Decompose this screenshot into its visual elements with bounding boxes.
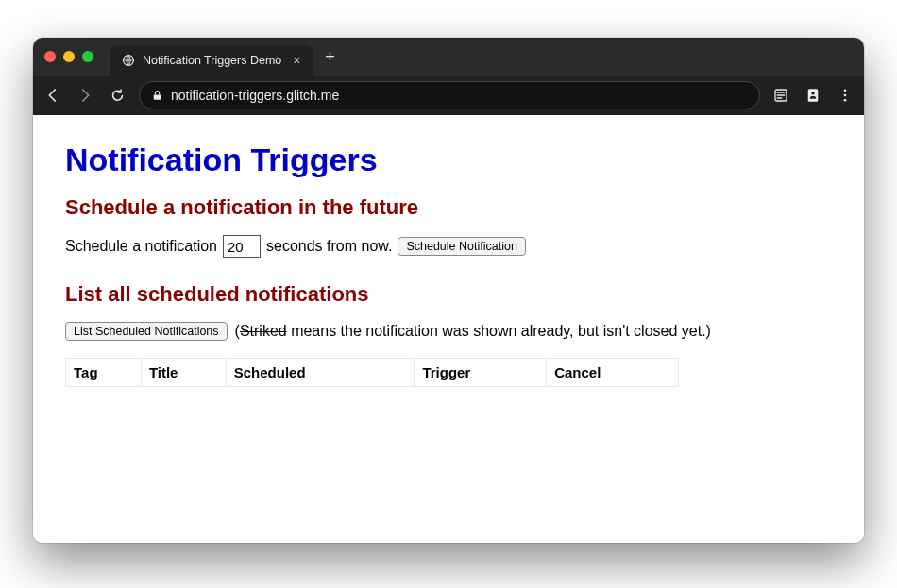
titlebar: Notification Triggers Demo × + <box>33 38 864 76</box>
scheduled-table: Tag Title Scheduled Trigger Cancel <box>65 358 679 387</box>
note-rest: means the notification was shown already… <box>287 323 711 339</box>
svg-point-6 <box>844 94 847 97</box>
list-button[interactable]: List Scheduled Notifications <box>65 322 228 341</box>
svg-point-4 <box>811 92 815 95</box>
forward-button[interactable] <box>75 85 95 106</box>
kebab-menu-icon[interactable] <box>836 86 855 105</box>
schedule-button[interactable]: Schedule Notification <box>398 237 525 256</box>
list-note: (Striked means the notification was show… <box>235 323 711 340</box>
minimize-window-button[interactable] <box>63 51 75 62</box>
toolbar: notification-triggers.glitch.me <box>33 76 864 115</box>
page-content: Notification Triggers Schedule a notific… <box>33 115 864 543</box>
svg-rect-1 <box>154 94 161 99</box>
list-row: List Scheduled Notifications (Striked me… <box>65 322 832 341</box>
address-bar[interactable]: notification-triggers.glitch.me <box>139 81 760 109</box>
schedule-row: Schedule a notification seconds from now… <box>65 235 832 258</box>
account-icon[interactable] <box>804 86 822 105</box>
url-text: notification-triggers.glitch.me <box>171 88 339 103</box>
list-heading: List all scheduled notifications <box>65 282 832 307</box>
table-header-row: Tag Title Scheduled Trigger Cancel <box>66 359 679 387</box>
new-tab-button[interactable]: + <box>325 48 335 65</box>
close-tab-button[interactable]: × <box>289 53 304 68</box>
schedule-heading: Schedule a notification in the future <box>65 195 832 220</box>
maximize-window-button[interactable] <box>82 51 93 62</box>
col-scheduled: Scheduled <box>226 359 415 387</box>
browser-tab[interactable]: Notification Triggers Demo × <box>110 45 313 76</box>
seconds-input[interactable] <box>223 235 261 258</box>
close-window-button[interactable] <box>44 51 56 62</box>
schedule-suffix: seconds from now. <box>266 238 392 255</box>
col-cancel: Cancel <box>547 359 679 387</box>
col-title: Title <box>141 359 226 387</box>
reload-button[interactable] <box>107 85 127 106</box>
lock-icon <box>151 90 163 102</box>
toolbar-right <box>771 86 855 105</box>
svg-rect-3 <box>808 89 819 102</box>
schedule-prefix: Schedule a notification <box>65 238 217 255</box>
tab-title: Notification Triggers Demo <box>143 54 281 67</box>
svg-point-7 <box>844 99 847 102</box>
back-button[interactable] <box>42 85 63 106</box>
browser-window: Notification Triggers Demo × + notificat… <box>33 38 864 543</box>
globe-icon <box>122 54 135 67</box>
note-striked: Striked <box>240 323 287 339</box>
col-trigger: Trigger <box>415 359 547 387</box>
svg-point-5 <box>844 89 847 92</box>
reader-mode-icon[interactable] <box>771 86 790 105</box>
window-controls <box>44 51 93 62</box>
page-title: Notification Triggers <box>65 142 832 178</box>
col-tag: Tag <box>66 359 142 387</box>
